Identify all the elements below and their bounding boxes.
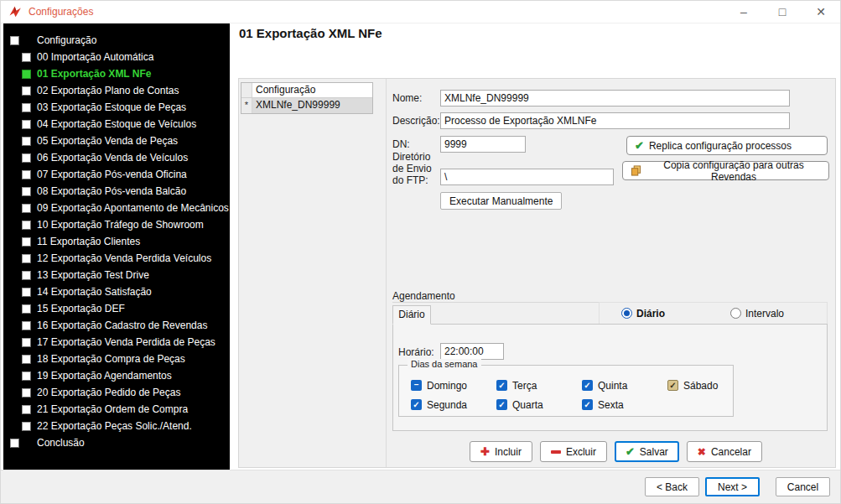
sidebar-item[interactable]: 02 Exportação Plano de Contas	[3, 82, 230, 99]
sidebar-item[interactable]: 16 Exportação Cadastro de Revendas	[3, 317, 230, 334]
tree-checkbox-icon	[22, 288, 31, 297]
sidebar-item[interactable]: 12 Exportação Venda Perdida Veículos	[3, 250, 230, 267]
incluir-button[interactable]: ✚ Incluir	[470, 441, 532, 462]
weekday-checkbox-segunda[interactable]: ✓Segunda	[411, 399, 496, 411]
sidebar-item[interactable]: 14 Exportação Satisfação	[3, 283, 230, 300]
sidebar-item-label: 20 Exportação Pedido de Peças	[37, 387, 180, 398]
wizard-footer: < Back Next > Cancel	[1, 470, 840, 503]
radio-intervalo[interactable]: Intervalo	[730, 308, 784, 320]
back-button[interactable]: < Back	[645, 477, 699, 496]
sidebar-item[interactable]: 11 Exportação Clientes	[3, 233, 230, 250]
checkbox-icon: ✓	[496, 399, 507, 410]
splitter	[386, 79, 387, 467]
maximize-button[interactable]: □	[763, 1, 802, 23]
sidebar-item[interactable]: 07 Exportação Pós-venda Oficina	[3, 166, 230, 183]
weekday-label: Sábado	[683, 380, 718, 392]
tree-checkbox-icon	[22, 120, 31, 129]
weekday-checkbox-sexta[interactable]: ✓Sexta	[582, 399, 667, 411]
sidebar-item[interactable]: 20 Exportação Pedido de Peças	[3, 384, 230, 401]
minimize-button[interactable]: –	[724, 1, 763, 23]
tree-checkbox-icon	[22, 405, 31, 414]
sidebar-item-label: 01 Exportação XML NFe	[37, 68, 152, 80]
tree-checkbox-icon	[22, 422, 31, 431]
grid-gutter	[241, 83, 252, 97]
sidebar-item[interactable]: 15 Exportação DEF	[3, 300, 230, 317]
copy-icon	[631, 165, 641, 176]
sidebar-item[interactable]: 09 Exportação Apontamento de Mecânicos	[3, 200, 230, 216]
sidebar-item[interactable]: 22 Exportação Peças Solic./Atend.	[3, 418, 230, 434]
configuration-list-row[interactable]: * XMLNfe_DN99999	[241, 98, 372, 113]
dias-da-semana-group: Dias da semana –Domingo✓Segunda✓Terça✓Qu…	[398, 365, 734, 417]
checkbox-icon: –	[411, 380, 422, 391]
checkbox-icon: ✓	[582, 399, 593, 410]
sidebar-item[interactable]: 06 Exportação Venda de Veículos	[3, 149, 230, 166]
sidebar-item[interactable]: 19 Exportação Agendamentos	[3, 367, 230, 384]
sidebar-item-label: 22 Exportação Peças Solic./Atend.	[37, 420, 192, 432]
radio-diario[interactable]: Diário	[621, 308, 665, 320]
nome-input[interactable]	[440, 90, 790, 107]
executar-manualmente-button[interactable]: Executar Manualmente	[440, 192, 562, 210]
configuration-list-header: Configuração	[241, 83, 372, 98]
window-controls: – □ ✕	[724, 1, 840, 23]
weekday-checkbox-quarta[interactable]: ✓Quarta	[496, 399, 582, 411]
sidebar-item[interactable]: 21 Exportação Ordem de Compra	[3, 401, 230, 418]
cancelar-button[interactable]: ✖ Cancelar	[687, 441, 762, 462]
dn-input[interactable]	[440, 136, 526, 153]
next-button[interactable]: Next >	[705, 477, 760, 496]
close-button[interactable]: ✕	[802, 1, 840, 23]
sidebar-item[interactable]: 18 Exportação Compra de Peças	[3, 351, 230, 367]
replica-config-button[interactable]: ✔ Replica configuração processos	[626, 136, 828, 155]
tab-diario[interactable]: Diário	[392, 305, 431, 325]
sidebar-item[interactable]: 08 Exportação Pós-venda Balcão	[3, 183, 230, 200]
sidebar-item[interactable]: 10 Exportação Tráfego de Showroom	[3, 216, 230, 233]
configuration-list[interactable]: Configuração * XMLNfe_DN99999	[241, 82, 373, 114]
sidebar-item[interactable]: 04 Exportação Estoque de Veículos	[3, 116, 230, 132]
tree-checkbox-icon	[22, 70, 31, 79]
window-title: Configurações	[29, 6, 93, 18]
tree-checkbox-icon	[22, 53, 31, 62]
tree-checkbox-icon	[10, 439, 19, 448]
sidebar-item[interactable]: 03 Exportação Estoque de Peças	[3, 99, 230, 116]
app-logo-icon	[8, 5, 22, 18]
sidebar-item-label: 12 Exportação Venda Perdida Veículos	[37, 252, 211, 264]
diretorio-input[interactable]	[440, 169, 614, 185]
sidebar-item-label: 09 Exportação Apontamento de Mecânicos	[37, 202, 229, 214]
sidebar-item-label: 05 Exportação Venda de Peças	[37, 135, 178, 147]
schedule-mode-group: Diário Intervalo	[599, 302, 828, 325]
checkbox-icon: ✓	[582, 380, 593, 391]
sidebar-item[interactable]: Configuração	[3, 32, 230, 49]
sidebar-item[interactable]: Conclusão	[3, 434, 230, 451]
horario-input[interactable]	[440, 343, 504, 360]
replica-config-label: Replica configuração processos	[649, 140, 792, 152]
grid-header-label: Configuração	[252, 83, 372, 97]
sidebar-item-label: 11 Exportação Clientes	[37, 236, 140, 247]
sidebar-item[interactable]: 05 Exportação Venda de Peças	[3, 132, 230, 149]
weekday-checkbox-quinta[interactable]: ✓Quinta	[582, 380, 667, 392]
sidebar-item-label: 18 Exportação Compra de Peças	[37, 353, 185, 365]
sidebar-item-label: 04 Exportação Estoque de Veículos	[37, 118, 196, 130]
salvar-button[interactable]: ✔ Salvar	[615, 441, 679, 462]
copy-config-button[interactable]: Copia configuração para outras Revendas	[622, 161, 829, 180]
sidebar-tree: Configuração00 Importação Automática01 E…	[3, 23, 230, 471]
descricao-input[interactable]	[440, 112, 790, 129]
titlebar: Configurações – □ ✕	[1, 1, 840, 23]
weekday-label: Quarta	[512, 399, 543, 411]
tree-checkbox-icon	[22, 103, 31, 112]
sidebar-item[interactable]: 17 Exportação Venda Perdida de Peças	[3, 334, 230, 351]
tree-checkbox-icon	[22, 153, 31, 163]
excluir-button[interactable]: Excluir	[540, 441, 607, 462]
sidebar-item[interactable]: 01 Exportação XML NFe	[3, 65, 230, 82]
weekday-checkbox-domingo[interactable]: –Domingo	[411, 380, 496, 392]
copy-config-label: Copia configuração para outras Revendas	[646, 159, 821, 183]
sidebar-item[interactable]: 00 Importação Automática	[3, 49, 230, 65]
sidebar-item-label: 06 Exportação Venda de Veículos	[37, 152, 188, 164]
sidebar-item[interactable]: 13 Exportação Test Drive	[3, 267, 230, 283]
row-marker: *	[241, 98, 252, 113]
check-icon: ✔	[635, 139, 644, 152]
weekday-checkbox-sábado[interactable]: ✓Sábado	[667, 380, 736, 392]
weekday-label: Domingo	[427, 380, 467, 392]
weekday-checkbox-terça[interactable]: ✓Terça	[496, 380, 582, 392]
cancel-button[interactable]: Cancel	[776, 477, 830, 496]
checkbox-icon: ✓	[411, 399, 422, 410]
sidebar-item-label: 17 Exportação Venda Perdida de Peças	[37, 336, 215, 348]
